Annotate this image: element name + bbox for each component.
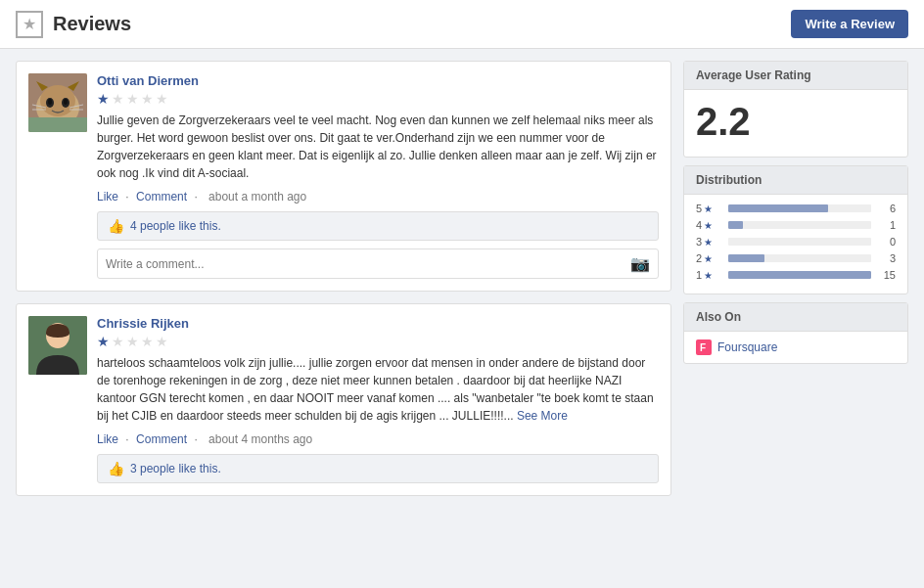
- dist-row-5: 5 ★ 6: [696, 203, 896, 214]
- dist-star-icon: ★: [704, 237, 713, 248]
- timestamp: about 4 months ago: [208, 432, 312, 446]
- dist-star-icon: ★: [704, 253, 713, 264]
- dist-row-2: 2 ★ 3: [696, 252, 896, 264]
- star-5: ★: [156, 334, 168, 349]
- distribution-body: 5 ★ 6 4 ★: [684, 195, 907, 294]
- star-3: ★: [126, 91, 139, 107]
- review-text: Jullie geven de Zorgverzekeraars veel te…: [97, 112, 659, 182]
- reviews-column: Otti van Diermen ★ ★ ★ ★ ★ Jullie geven …: [16, 61, 671, 508]
- reviewer-name[interactable]: Otti van Diermen: [97, 73, 659, 88]
- like-link[interactable]: Like: [97, 190, 118, 204]
- dist-count: 6: [876, 203, 896, 214]
- distribution-section: Distribution 5 ★ 6 4: [683, 165, 908, 294]
- svg-text:F: F: [700, 342, 706, 353]
- review-actions: Like · Comment · about 4 months ago: [97, 432, 659, 446]
- page-title: Reviews: [53, 13, 131, 35]
- dist-row-4: 4 ★ 1: [696, 219, 896, 231]
- dist-row-1: 1 ★ 15: [696, 269, 896, 281]
- comment-link[interactable]: Comment: [136, 432, 187, 446]
- likes-box: 👍 4 people like this.: [97, 211, 659, 241]
- dist-bar: [728, 254, 764, 262]
- dist-bar-container: [728, 271, 871, 279]
- star-1: ★: [97, 91, 110, 107]
- comment-input-box[interactable]: 📷: [97, 249, 659, 279]
- dist-count: 3: [876, 252, 896, 264]
- page-wrapper: ★ Reviews Write a Review: [0, 0, 924, 588]
- svg-point-2: [40, 85, 75, 116]
- dist-bar: [728, 204, 828, 212]
- dist-count: 15: [876, 269, 896, 281]
- dist-bar-container: [728, 238, 871, 246]
- foursquare-label: Foursquare: [717, 340, 777, 354]
- star-rating: ★ ★ ★ ★ ★: [97, 91, 659, 107]
- review-text: harteloos schaamteloos volk zijn jullie.…: [97, 354, 659, 425]
- main-content: Otti van Diermen ★ ★ ★ ★ ★ Jullie geven …: [0, 49, 924, 520]
- avatar: [28, 316, 87, 375]
- dist-star-icon: ★: [704, 204, 713, 214]
- dist-bar: [728, 221, 743, 229]
- header-star-icon: ★: [16, 11, 43, 38]
- sidebar: Average User Rating 2.2 Distribution 5 ★: [683, 61, 908, 372]
- thumb-icon: 👍: [108, 218, 124, 234]
- star-2: ★: [112, 334, 124, 349]
- likes-count: 4 people like this.: [130, 219, 221, 233]
- dist-row-3: 3 ★ 0: [696, 236, 896, 248]
- review-card: Otti van Diermen ★ ★ ★ ★ ★ Jullie geven …: [16, 61, 671, 292]
- review-card: Chrissie Rijken ★ ★ ★ ★ ★ harteloos scha…: [16, 303, 671, 496]
- dist-bar-container: [728, 254, 871, 262]
- dist-star-icon: ★: [704, 270, 713, 281]
- also-on-body: F Foursquare: [684, 332, 907, 363]
- avg-rating-section: Average User Rating 2.2: [683, 61, 908, 158]
- dist-bar: [728, 271, 871, 279]
- star-4: ★: [141, 91, 154, 107]
- avatar: [28, 73, 87, 132]
- header: ★ Reviews Write a Review: [0, 0, 924, 49]
- header-left: ★ Reviews: [16, 11, 131, 38]
- star-3: ★: [126, 334, 139, 349]
- likes-box: 👍 3 people like this.: [97, 454, 659, 483]
- distribution-header: Distribution: [684, 166, 907, 195]
- svg-point-8: [64, 99, 68, 105]
- dist-bar-container: [728, 204, 871, 212]
- comment-link[interactable]: Comment: [136, 190, 187, 204]
- svg-rect-13: [28, 117, 87, 132]
- like-link[interactable]: Like: [97, 432, 118, 446]
- see-more-link[interactable]: See More: [517, 409, 568, 423]
- svg-point-7: [48, 99, 52, 105]
- star-rating: ★ ★ ★ ★ ★: [97, 334, 659, 349]
- comment-input[interactable]: [106, 257, 630, 271]
- dist-count: 1: [876, 219, 896, 231]
- svg-point-16: [46, 330, 69, 338]
- also-on-header: Also On: [684, 303, 907, 332]
- star-2: ★: [112, 91, 124, 107]
- review-header: Chrissie Rijken ★ ★ ★ ★ ★ harteloos scha…: [97, 316, 659, 483]
- likes-count: 3 people like this.: [130, 462, 221, 475]
- avg-rating-header: Average User Rating: [684, 62, 907, 90]
- dist-bar-container: [728, 221, 871, 229]
- reviewer-name[interactable]: Chrissie Rijken: [97, 316, 659, 331]
- also-on-item-foursquare[interactable]: F Foursquare: [696, 339, 896, 355]
- review-actions: Like · Comment · about a month ago: [97, 190, 659, 204]
- avg-rating-value: 2.2: [696, 100, 896, 143]
- avg-rating-body: 2.2: [684, 90, 907, 157]
- review-header: Otti van Diermen ★ ★ ★ ★ ★ Jullie geven …: [97, 73, 659, 279]
- camera-icon: 📷: [630, 254, 650, 273]
- foursquare-icon: F: [696, 339, 712, 355]
- review-top: Chrissie Rijken ★ ★ ★ ★ ★ harteloos scha…: [28, 316, 659, 483]
- star-5: ★: [156, 91, 168, 107]
- timestamp: about a month ago: [208, 190, 306, 204]
- dist-count: 0: [876, 236, 896, 248]
- write-review-button[interactable]: Write a Review: [791, 10, 908, 38]
- also-on-section: Also On F Foursquare: [683, 302, 908, 364]
- star-4: ★: [141, 334, 154, 349]
- thumb-icon: 👍: [108, 461, 124, 476]
- review-top: Otti van Diermen ★ ★ ★ ★ ★ Jullie geven …: [28, 73, 659, 279]
- dist-star-icon: ★: [704, 220, 713, 231]
- star-1: ★: [97, 334, 110, 349]
